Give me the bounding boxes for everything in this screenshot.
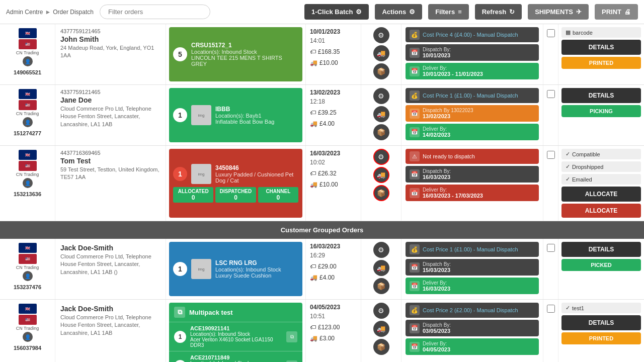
customer-address: 59 Test Street, Testton, United Kingdom,… (60, 166, 160, 182)
product-qty-badge: 5 (173, 47, 187, 61)
dispatch-by-item: 📅 Dispatch By: 10/01/2023 (406, 44, 539, 61)
allocate-button[interactable]: ALLOCATE (561, 204, 641, 218)
truck-action-button[interactable]: 🚚 (373, 167, 389, 183)
print-button[interactable]: PRINT 🖨 (595, 4, 638, 20)
box-action-button[interactable]: 📦 (373, 63, 389, 79)
filter-orders-input[interactable] (100, 5, 210, 19)
deliver-by-item: 📅 Deliver By: 04/05/2023 (406, 338, 539, 355)
box-action-button[interactable]: 📦 (373, 185, 389, 201)
one-click-batch-button[interactable]: 1-Click Batch ⚙ (304, 4, 369, 20)
order-date: 16/03/2023 (310, 243, 357, 250)
item-qty-badge: 1 (174, 360, 186, 363)
user-avatar-icon: 👤 (23, 332, 33, 342)
settings-action-button[interactable]: ⚙ (373, 303, 389, 319)
flag-uk-icon: 🇬🇧 (19, 89, 37, 99)
barcode-badge: ▦ barcode (561, 27, 641, 38)
cost-price-link[interactable]: Cost Price 1 (£1.00) - Manual Dispatch (423, 93, 518, 99)
order-info-panel: 4437716369465 Tom Test 59 Test Street, T… (55, 146, 166, 221)
not-ready-dispatch-item: ⚠ Not ready to dispatch (406, 149, 539, 164)
truck-action-button[interactable]: 🚚 (373, 260, 389, 276)
order-select-checkbox[interactable] (547, 90, 555, 98)
box-action-button[interactable]: 📦 (373, 278, 389, 294)
order-right-panel: DETAILS PICKED (558, 239, 644, 299)
cost-price-item: 💰 Cost Price 4 (£4.00) - Manual Dispatch (406, 27, 539, 42)
cost-price-link[interactable]: Cost Price 1 (£1.00) - Manual Dispatch (423, 246, 518, 252)
truck-action-button[interactable]: 🚚 (373, 106, 389, 122)
truck-action-button[interactable]: 🚚 (373, 321, 389, 337)
order-select-checkbox[interactable] (547, 151, 555, 159)
status-printed-button[interactable]: PRINTED (561, 332, 641, 344)
shipments-button[interactable]: SHIPMENTS ✈ (528, 4, 589, 20)
cost-price-icon: 💰 (410, 244, 420, 254)
customer-address: Cloud Commerce Pro Ltd, Telephone House … (60, 105, 160, 128)
product-card: 5 CRSU15172_1 Location(s): Inbound Stock… (169, 27, 302, 81)
item-sku: ACE210711849 (190, 354, 282, 360)
product-image: img (191, 105, 211, 125)
status-printed-button[interactable]: PRINTED (561, 57, 641, 69)
dispatch-by-highlighted-item: 📅 Dispatch By 13022023 13/02/2023 (406, 105, 539, 122)
order-row: 🇬🇧 🇺🇸 CN Trading 👤 151274277 43377591214… (0, 85, 644, 146)
order-select-checkbox[interactable] (547, 305, 555, 313)
deliver-by-date: 14/02/2023 (423, 132, 450, 138)
order-date: 10/01/2023 (310, 28, 357, 35)
price-icon: 🏷 (310, 263, 316, 270)
deliver-calendar-icon: 📅 (410, 127, 420, 137)
truck-action-button[interactable]: 🚚 (373, 45, 389, 61)
refresh-button[interactable]: Refresh ↻ (475, 4, 522, 20)
customer-name: Jack Doe-Smith (60, 305, 160, 313)
deliver-by-item: 📅 Deliver By: 14/02/2023 (406, 124, 539, 140)
status-picking-button[interactable]: PICKING (561, 105, 641, 117)
order-row: 🇬🇧 🇺🇸 CN Trading 👤 153213636 44377163694… (0, 146, 644, 221)
order-select-checkbox[interactable] (547, 29, 555, 37)
item-qty-badge: 1 (174, 331, 186, 343)
status-picked-button[interactable]: PICKED (561, 259, 641, 271)
details-button[interactable]: DETAILS (561, 88, 641, 103)
order-datetime-panel: 04/05/2023 10:51 🏷£123.00 🚚£3.00 (306, 300, 361, 362)
deliver-by-label: Deliver By: (423, 65, 483, 71)
dispatch-by-label: Dispatch By: (423, 322, 451, 328)
order-time: 16:29 (310, 252, 357, 259)
compatible-badge: ✓ Compatible (561, 149, 641, 159)
order-right-panel: ✓ Compatible ✓ Dropshipped ✓ Emailed ALL… (558, 146, 644, 221)
order-price: £29.00 (318, 263, 337, 270)
not-ready-link[interactable]: Not ready to dispatch (423, 153, 475, 159)
dispatch-by-label: Dispatch By: (423, 261, 451, 267)
product-card: 1 img 3450846 Luxury Padded / Cushioned … (169, 149, 302, 218)
allocate-details-button[interactable]: ALLOCATE (561, 187, 641, 202)
deliver-by-label: Deliver By: (423, 341, 450, 346)
product-tags: ALLOCATED 0 DISPATCHED 0 CHANNEL 0 (173, 187, 298, 203)
copy-icon[interactable]: ⧉ (286, 360, 297, 363)
settings-action-button[interactable]: ⚙ (373, 149, 389, 165)
delivery-icon: 🚚 (310, 120, 317, 127)
order-select-checkbox[interactable] (547, 244, 555, 252)
user-avatar-icon: 👤 (23, 178, 33, 188)
channel-tag: CHANNEL 0 (258, 187, 298, 203)
flag-us-icon: 🇺🇸 (19, 39, 37, 49)
settings-action-button[interactable]: ⚙ (373, 27, 389, 43)
details-button[interactable]: DETAILS (561, 315, 641, 330)
cost-price-item: 💰 Cost Price 1 (£1.00) - Manual Dispatch (406, 88, 539, 103)
order-date: 16/03/2023 (310, 150, 357, 157)
flag-uk-icon: 🇬🇧 (19, 150, 37, 160)
box-action-button[interactable]: 📦 (373, 124, 389, 140)
app-header: Admin Centre ► Order Dispatch 1-Click Ba… (0, 0, 644, 24)
order-checkbox-area (543, 24, 558, 84)
filters-button[interactable]: Filters ≡ (428, 4, 469, 20)
copy-icon[interactable]: ⧉ (286, 331, 297, 342)
deliver-calendar-icon: 📅 (410, 188, 420, 198)
order-id: 149065521 (14, 69, 41, 75)
batch-icon: ⚙ (356, 8, 362, 16)
order-product-panel: 1 img 3450846 Luxury Padded / Cushioned … (166, 146, 306, 221)
user-avatar-icon: 👤 (23, 271, 33, 281)
settings-action-button[interactable]: ⚙ (373, 242, 389, 258)
settings-action-button[interactable]: ⚙ (373, 88, 389, 104)
details-button[interactable]: DETAILS (561, 40, 641, 55)
actions-button[interactable]: Actions ⚙ (375, 4, 422, 20)
box-action-button[interactable]: 📦 (373, 339, 389, 355)
customer-name: Tom Test (60, 157, 160, 165)
order-right-panel: ▦ barcode DETAILS PRINTED (558, 24, 644, 84)
cost-price-link[interactable]: Cost Price 2 (£2.00) - Manual Dispatch (423, 307, 518, 313)
compatible-icon: ✓ (566, 151, 570, 157)
details-button[interactable]: DETAILS (561, 242, 641, 257)
cost-price-link[interactable]: Cost Price 4 (£4.00) - Manual Dispatch (423, 32, 518, 38)
